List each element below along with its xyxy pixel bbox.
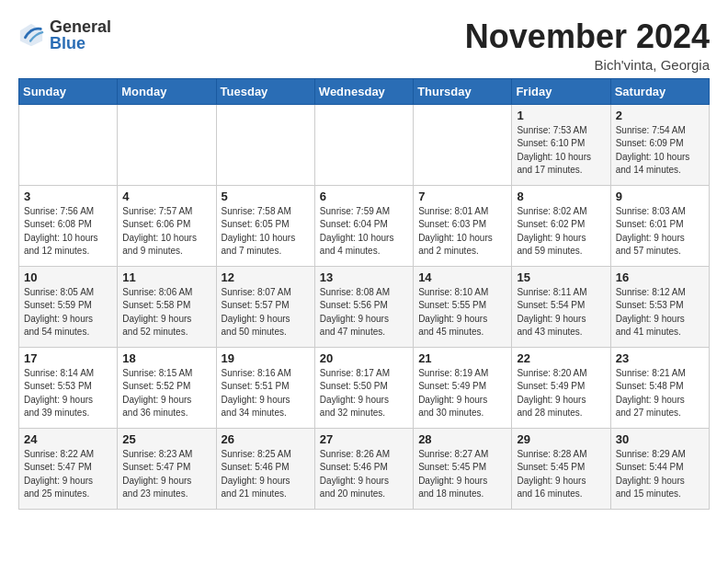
calendar-cell: 20Sunrise: 8:17 AM Sunset: 5:50 PM Dayli… bbox=[314, 347, 413, 428]
calendar-cell: 3Sunrise: 7:56 AM Sunset: 6:08 PM Daylig… bbox=[19, 185, 118, 266]
calendar-cell: 27Sunrise: 8:26 AM Sunset: 5:46 PM Dayli… bbox=[314, 428, 413, 509]
calendar-cell: 18Sunrise: 8:15 AM Sunset: 5:52 PM Dayli… bbox=[118, 347, 216, 428]
logo-blue-text: Blue bbox=[50, 35, 111, 52]
logo-general-text: General bbox=[50, 18, 111, 35]
calendar-cell: 26Sunrise: 8:25 AM Sunset: 5:46 PM Dayli… bbox=[216, 428, 314, 509]
day-info: Sunrise: 8:12 AM Sunset: 5:53 PM Dayligh… bbox=[616, 286, 704, 339]
day-number: 19 bbox=[222, 351, 310, 365]
day-info: Sunrise: 7:53 AM Sunset: 6:10 PM Dayligh… bbox=[517, 124, 605, 178]
calendar-cell: 29Sunrise: 8:28 AM Sunset: 5:45 PM Dayli… bbox=[512, 428, 610, 509]
header-thursday: Thursday bbox=[414, 78, 512, 104]
day-info: Sunrise: 8:03 AM Sunset: 6:01 PM Dayligh… bbox=[616, 205, 704, 259]
calendar-body: 1Sunrise: 7:53 AM Sunset: 6:10 PM Daylig… bbox=[19, 104, 710, 509]
calendar-cell: 9Sunrise: 8:03 AM Sunset: 6:01 PM Daylig… bbox=[610, 185, 709, 266]
day-number: 16 bbox=[616, 270, 704, 284]
calendar-cell: 15Sunrise: 8:11 AM Sunset: 5:54 PM Dayli… bbox=[512, 266, 610, 347]
day-info: Sunrise: 8:06 AM Sunset: 5:58 PM Dayligh… bbox=[122, 286, 210, 339]
calendar-cell: 12Sunrise: 8:07 AM Sunset: 5:57 PM Dayli… bbox=[216, 266, 314, 347]
day-number: 27 bbox=[320, 432, 408, 446]
calendar-cell: 24Sunrise: 8:22 AM Sunset: 5:47 PM Dayli… bbox=[19, 428, 118, 509]
day-info: Sunrise: 8:08 AM Sunset: 5:56 PM Dayligh… bbox=[320, 286, 408, 339]
calendar-cell: 17Sunrise: 8:14 AM Sunset: 5:53 PM Dayli… bbox=[19, 347, 118, 428]
calendar-cell: 14Sunrise: 8:10 AM Sunset: 5:55 PM Dayli… bbox=[414, 266, 512, 347]
day-info: Sunrise: 8:07 AM Sunset: 5:57 PM Dayligh… bbox=[222, 286, 310, 339]
day-info: Sunrise: 7:58 AM Sunset: 6:05 PM Dayligh… bbox=[222, 205, 310, 259]
calendar-cell: 6Sunrise: 7:59 AM Sunset: 6:04 PM Daylig… bbox=[314, 185, 413, 266]
calendar-cell: 19Sunrise: 8:16 AM Sunset: 5:51 PM Dayli… bbox=[216, 347, 314, 428]
day-number: 25 bbox=[122, 432, 210, 446]
day-info: Sunrise: 8:21 AM Sunset: 5:48 PM Dayligh… bbox=[616, 367, 704, 420]
calendar-cell: 10Sunrise: 8:05 AM Sunset: 5:59 PM Dayli… bbox=[19, 266, 118, 347]
day-number: 10 bbox=[24, 270, 112, 284]
day-info: Sunrise: 8:22 AM Sunset: 5:47 PM Dayligh… bbox=[24, 448, 112, 501]
day-info: Sunrise: 8:10 AM Sunset: 5:55 PM Dayligh… bbox=[418, 286, 506, 339]
day-number: 1 bbox=[517, 109, 605, 122]
day-info: Sunrise: 8:11 AM Sunset: 5:54 PM Dayligh… bbox=[517, 286, 605, 339]
page: General Blue November 2024 Bich'vinta, G… bbox=[0, 0, 728, 519]
title-block: November 2024 Bich'vinta, Georgia bbox=[465, 18, 710, 73]
header-wednesday: Wednesday bbox=[314, 78, 413, 104]
calendar-header: Sunday Monday Tuesday Wednesday Thursday… bbox=[19, 78, 710, 104]
day-info: Sunrise: 8:25 AM Sunset: 5:46 PM Dayligh… bbox=[222, 448, 310, 501]
location: Bich'vinta, Georgia bbox=[465, 57, 710, 73]
day-info: Sunrise: 8:15 AM Sunset: 5:52 PM Dayligh… bbox=[122, 367, 210, 420]
header-monday: Monday bbox=[118, 78, 216, 104]
day-number: 29 bbox=[517, 432, 605, 446]
day-number: 8 bbox=[517, 190, 605, 203]
day-info: Sunrise: 8:28 AM Sunset: 5:45 PM Dayligh… bbox=[517, 448, 605, 501]
day-info: Sunrise: 7:57 AM Sunset: 6:06 PM Dayligh… bbox=[122, 205, 210, 259]
calendar-cell: 23Sunrise: 8:21 AM Sunset: 5:48 PM Dayli… bbox=[610, 347, 709, 428]
day-number: 24 bbox=[24, 432, 112, 446]
day-number: 6 bbox=[320, 190, 408, 203]
calendar-cell: 22Sunrise: 8:20 AM Sunset: 5:49 PM Dayli… bbox=[512, 347, 610, 428]
day-number: 2 bbox=[616, 109, 704, 122]
header-saturday: Saturday bbox=[610, 78, 709, 104]
calendar-cell: 21Sunrise: 8:19 AM Sunset: 5:49 PM Dayli… bbox=[414, 347, 512, 428]
day-number: 13 bbox=[320, 270, 408, 284]
calendar-cell bbox=[414, 104, 512, 185]
day-info: Sunrise: 8:27 AM Sunset: 5:45 PM Dayligh… bbox=[418, 448, 506, 501]
weekday-header-row: Sunday Monday Tuesday Wednesday Thursday… bbox=[19, 78, 710, 104]
day-number: 26 bbox=[222, 432, 310, 446]
calendar-cell bbox=[216, 104, 314, 185]
day-info: Sunrise: 8:05 AM Sunset: 5:59 PM Dayligh… bbox=[24, 286, 112, 339]
month-title: November 2024 bbox=[465, 18, 710, 55]
header-tuesday: Tuesday bbox=[216, 78, 314, 104]
day-info: Sunrise: 8:26 AM Sunset: 5:46 PM Dayligh… bbox=[320, 448, 408, 501]
calendar-cell: 1Sunrise: 7:53 AM Sunset: 6:10 PM Daylig… bbox=[512, 104, 610, 185]
logo: General Blue bbox=[18, 18, 111, 52]
day-info: Sunrise: 8:19 AM Sunset: 5:49 PM Dayligh… bbox=[418, 367, 506, 420]
day-info: Sunrise: 8:16 AM Sunset: 5:51 PM Dayligh… bbox=[222, 367, 310, 420]
header-sunday: Sunday bbox=[19, 78, 118, 104]
calendar-cell: 11Sunrise: 8:06 AM Sunset: 5:58 PM Dayli… bbox=[118, 266, 216, 347]
calendar-cell: 30Sunrise: 8:29 AM Sunset: 5:44 PM Dayli… bbox=[610, 428, 709, 509]
day-number: 18 bbox=[122, 351, 210, 365]
day-number: 15 bbox=[517, 270, 605, 284]
day-info: Sunrise: 8:23 AM Sunset: 5:47 PM Dayligh… bbox=[122, 448, 210, 501]
day-info: Sunrise: 8:29 AM Sunset: 5:44 PM Dayligh… bbox=[616, 448, 704, 501]
calendar-cell: 8Sunrise: 8:02 AM Sunset: 6:02 PM Daylig… bbox=[512, 185, 610, 266]
day-number: 4 bbox=[122, 190, 210, 203]
day-number: 21 bbox=[418, 351, 506, 365]
calendar-cell: 5Sunrise: 7:58 AM Sunset: 6:05 PM Daylig… bbox=[216, 185, 314, 266]
header-friday: Friday bbox=[512, 78, 610, 104]
calendar-cell bbox=[19, 104, 118, 185]
day-number: 30 bbox=[616, 432, 704, 446]
day-number: 23 bbox=[616, 351, 704, 365]
calendar-cell: 25Sunrise: 8:23 AM Sunset: 5:47 PM Dayli… bbox=[118, 428, 216, 509]
day-number: 28 bbox=[418, 432, 506, 446]
calendar-cell: 16Sunrise: 8:12 AM Sunset: 5:53 PM Dayli… bbox=[610, 266, 709, 347]
day-number: 11 bbox=[122, 270, 210, 284]
day-number: 22 bbox=[517, 351, 605, 365]
calendar-cell: 7Sunrise: 8:01 AM Sunset: 6:03 PM Daylig… bbox=[414, 185, 512, 266]
day-number: 5 bbox=[222, 190, 310, 203]
day-number: 9 bbox=[616, 190, 704, 203]
calendar-week-row: 10Sunrise: 8:05 AM Sunset: 5:59 PM Dayli… bbox=[19, 266, 710, 347]
day-number: 20 bbox=[320, 351, 408, 365]
day-info: Sunrise: 8:20 AM Sunset: 5:49 PM Dayligh… bbox=[517, 367, 605, 420]
day-info: Sunrise: 8:01 AM Sunset: 6:03 PM Dayligh… bbox=[418, 205, 506, 259]
day-info: Sunrise: 8:17 AM Sunset: 5:50 PM Dayligh… bbox=[320, 367, 408, 420]
day-info: Sunrise: 8:14 AM Sunset: 5:53 PM Dayligh… bbox=[24, 367, 112, 420]
svg-marker-0 bbox=[20, 24, 42, 46]
calendar-cell: 13Sunrise: 8:08 AM Sunset: 5:56 PM Dayli… bbox=[314, 266, 413, 347]
